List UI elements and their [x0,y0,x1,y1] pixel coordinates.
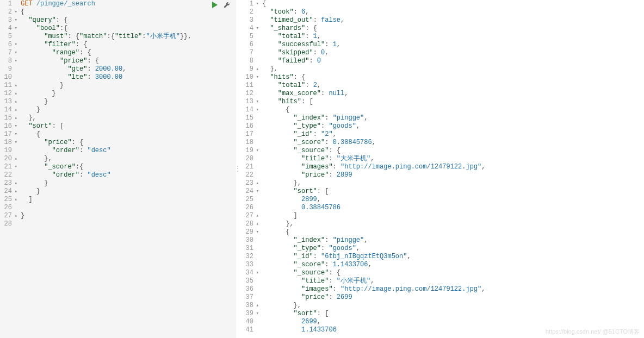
code-line[interactable]: "_type": "goods", [262,245,644,253]
code-line[interactable]: "query": { [21,16,236,24]
fold-toggle-icon[interactable]: ▴ [13,98,17,106]
fold-toggle-icon[interactable]: ▴ [13,90,17,98]
fold-toggle-icon[interactable]: ▴ [13,155,17,163]
code-line[interactable]: ] [262,212,644,220]
code-line[interactable]: } [21,82,236,90]
code-line[interactable]: "skipped": 0, [262,49,644,57]
code-line[interactable]: }, [262,179,644,187]
fold-toggle-icon[interactable]: ▴ [255,179,259,187]
code-line[interactable]: { [262,0,644,8]
code-line[interactable]: "order": "desc" [21,147,236,155]
code-line[interactable]: "price": 2699 [262,293,644,302]
code-line[interactable]: "must": {"match":{"title":"小米手机"}}, [21,33,236,41]
code-line[interactable]: { [262,228,644,236]
code-line[interactable]: "failed": 0 [262,57,644,65]
play-icon[interactable] [211,1,219,9]
fold-toggle-icon[interactable]: ▾ [255,73,259,82]
code-line[interactable]: "_index": "pingge", [262,236,644,245]
code-line[interactable]: "title": "小米手机", [262,277,644,285]
code-line[interactable]: }, [262,302,644,310]
code-line[interactable]: "sort": [ [21,122,236,130]
code-line[interactable]: { [262,106,644,114]
response-viewer-pane[interactable]: 1▾234▾56789▴10▾111213▾14▾1516171819▾2021… [239,0,644,338]
code-line[interactable]: ] [21,196,236,204]
code-line[interactable]: }, [262,65,644,73]
fold-toggle-icon[interactable]: ▾ [255,147,259,155]
code-line[interactable]: "price": { [21,139,236,147]
code-line[interactable]: 2699, [262,318,644,326]
code-line[interactable]: "hits": { [262,73,644,82]
code-line[interactable]: "_type": "goods", [262,122,644,130]
code-line[interactable]: } [21,98,236,106]
code-line[interactable]: }, [262,220,644,228]
code-line[interactable]: } [21,90,236,98]
code-line[interactable]: "total": 1, [262,33,644,41]
code-line[interactable]: "_index": "pingge", [262,114,644,122]
fold-toggle-icon[interactable]: ▾ [255,228,259,236]
code-line[interactable]: "total": 2, [262,82,644,90]
fold-toggle-icon[interactable]: ▾ [13,24,17,33]
fold-toggle-icon[interactable]: ▾ [13,163,17,171]
code-line[interactable]: "max_score": null, [262,90,644,98]
fold-toggle-icon[interactable]: ▴ [13,106,17,114]
code-line[interactable]: 0.38845786 [262,204,644,212]
fold-toggle-icon[interactable]: ▴ [13,179,17,187]
fold-toggle-icon[interactable]: ▴ [13,196,17,204]
code-line[interactable] [21,204,236,212]
code-line[interactable]: 2899, [262,196,644,204]
code-line[interactable]: } [21,106,236,114]
code-line[interactable]: { [21,8,236,16]
code-line[interactable]: }, [21,114,236,122]
code-line[interactable]: "images": "http://image.ping.com/1247912… [262,163,644,171]
code-line[interactable]: { [21,130,236,139]
code-line[interactable]: "_shards": { [262,24,644,33]
fold-toggle-icon[interactable]: ▾ [255,310,259,318]
code-line[interactable]: } [21,187,236,196]
code-line[interactable]: "lte": 3000.00 [21,73,236,82]
fold-toggle-icon[interactable]: ▾ [13,49,17,57]
code-line[interactable]: "gte": 2000.00, [21,65,236,73]
code-line[interactable]: } [21,212,236,220]
code-line[interactable]: "filter": { [21,41,236,49]
code-line[interactable]: "_id": "6tbj_nIBgqztEtQ3m5on", [262,253,644,261]
code-line[interactable]: "title": "大米手机", [262,155,644,163]
code-line[interactable]: "timed_out": false, [262,16,644,24]
code-line[interactable]: "_score": 0.38845786, [262,139,644,147]
fold-toggle-icon[interactable]: ▾ [255,106,259,114]
code-line[interactable]: GET /pingge/_search [21,0,236,8]
code-line[interactable]: "hits": [ [262,98,644,106]
fold-toggle-icon[interactable]: ▴ [255,65,259,73]
fold-toggle-icon[interactable]: ▴ [13,212,17,220]
code-line[interactable]: "successful": 1, [262,41,644,49]
fold-toggle-icon[interactable]: ▾ [13,139,17,147]
code-line[interactable]: "_id": "2", [262,130,644,139]
code-line[interactable]: "price": { [21,57,236,65]
code-line[interactable]: "sort": [ [262,187,644,196]
code-line[interactable]: "took": 6, [262,8,644,16]
fold-toggle-icon[interactable]: ▾ [255,98,259,106]
fold-toggle-icon[interactable]: ▾ [255,187,259,196]
code-line[interactable]: 1.1433706 [262,326,644,334]
fold-toggle-icon[interactable]: ▴ [13,114,17,122]
code-line[interactable]: "_score": 1.1433706, [262,261,644,269]
code-line[interactable]: }, [21,155,236,163]
fold-toggle-icon[interactable]: ▾ [255,269,259,277]
fold-toggle-icon[interactable]: ▴ [255,302,259,310]
wrench-icon[interactable] [223,1,231,9]
code-line[interactable]: "range": { [21,49,236,57]
fold-toggle-icon[interactable]: ▾ [255,0,259,8]
request-code[interactable]: GET /pingge/_search{ "query": { "bool":{… [21,0,236,228]
fold-toggle-icon[interactable]: ▾ [13,16,17,24]
code-line[interactable]: "bool":{ [21,24,236,33]
fold-toggle-icon[interactable]: ▴ [255,212,259,220]
code-line[interactable]: "price": 2899 [262,171,644,179]
code-line[interactable]: "order": "desc" [21,171,236,179]
fold-toggle-icon[interactable]: ▴ [13,82,17,90]
code-line[interactable]: "sort": [ [262,310,644,318]
code-line[interactable]: "images": "http://image.ping.com/1247912… [262,285,644,293]
fold-toggle-icon[interactable]: ▴ [13,187,17,196]
request-editor-pane[interactable]: 12▾3▾4▾56▾7▾8▾91011▴12▴13▴14▴15▴16▾17▾18… [0,0,236,338]
fold-toggle-icon[interactable]: ▾ [13,122,17,130]
code-line[interactable]: } [21,179,236,187]
fold-toggle-icon[interactable]: ▾ [13,41,17,49]
